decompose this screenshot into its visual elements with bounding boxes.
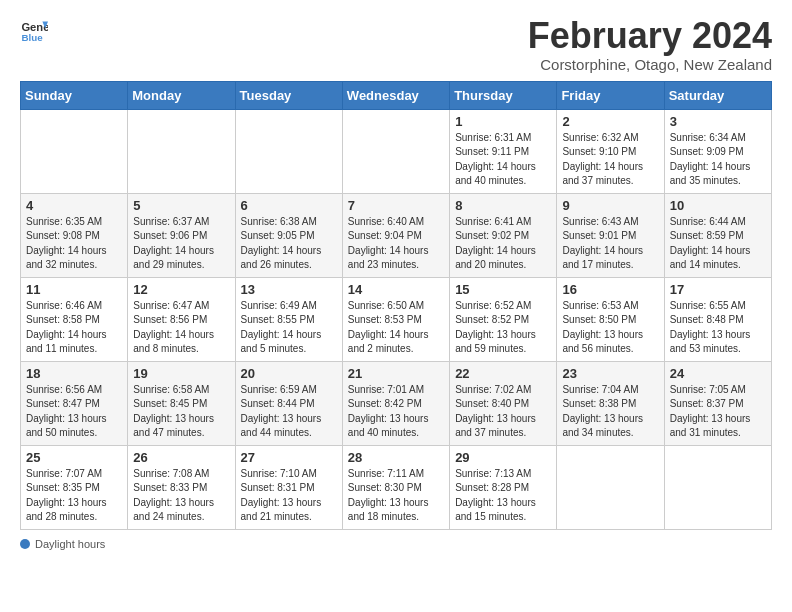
- calendar-week-row: 4Sunrise: 6:35 AM Sunset: 9:08 PM Daylig…: [21, 193, 772, 277]
- calendar-day-cell: 19Sunrise: 6:58 AM Sunset: 8:45 PM Dayli…: [128, 361, 235, 445]
- day-number: 19: [133, 366, 229, 381]
- daylight-legend: Daylight hours: [20, 538, 105, 550]
- weekday-header-cell: Tuesday: [235, 81, 342, 109]
- calendar-day-cell: [235, 109, 342, 193]
- day-number: 7: [348, 198, 444, 213]
- calendar-day-cell: [21, 109, 128, 193]
- calendar-day-cell: 17Sunrise: 6:55 AM Sunset: 8:48 PM Dayli…: [664, 277, 771, 361]
- day-number: 24: [670, 366, 766, 381]
- day-info: Sunrise: 6:35 AM Sunset: 9:08 PM Dayligh…: [26, 215, 122, 273]
- day-info: Sunrise: 6:47 AM Sunset: 8:56 PM Dayligh…: [133, 299, 229, 357]
- title-block: February 2024 Corstorphine, Otago, New Z…: [528, 16, 772, 73]
- calendar-week-row: 1Sunrise: 6:31 AM Sunset: 9:11 PM Daylig…: [21, 109, 772, 193]
- calendar-day-cell: 10Sunrise: 6:44 AM Sunset: 8:59 PM Dayli…: [664, 193, 771, 277]
- calendar-day-cell: [664, 445, 771, 529]
- day-number: 18: [26, 366, 122, 381]
- weekday-header-cell: Sunday: [21, 81, 128, 109]
- day-info: Sunrise: 6:53 AM Sunset: 8:50 PM Dayligh…: [562, 299, 658, 357]
- calendar-week-row: 11Sunrise: 6:46 AM Sunset: 8:58 PM Dayli…: [21, 277, 772, 361]
- day-info: Sunrise: 6:55 AM Sunset: 8:48 PM Dayligh…: [670, 299, 766, 357]
- calendar-day-cell: 28Sunrise: 7:11 AM Sunset: 8:30 PM Dayli…: [342, 445, 449, 529]
- calendar-day-cell: 15Sunrise: 6:52 AM Sunset: 8:52 PM Dayli…: [450, 277, 557, 361]
- day-info: Sunrise: 7:05 AM Sunset: 8:37 PM Dayligh…: [670, 383, 766, 441]
- svg-text:Blue: Blue: [21, 32, 43, 43]
- calendar-body: 1Sunrise: 6:31 AM Sunset: 9:11 PM Daylig…: [21, 109, 772, 529]
- day-info: Sunrise: 6:34 AM Sunset: 9:09 PM Dayligh…: [670, 131, 766, 189]
- weekday-header-cell: Saturday: [664, 81, 771, 109]
- calendar-day-cell: 22Sunrise: 7:02 AM Sunset: 8:40 PM Dayli…: [450, 361, 557, 445]
- location-subtitle: Corstorphine, Otago, New Zealand: [528, 56, 772, 73]
- day-number: 9: [562, 198, 658, 213]
- day-number: 10: [670, 198, 766, 213]
- calendar-day-cell: 25Sunrise: 7:07 AM Sunset: 8:35 PM Dayli…: [21, 445, 128, 529]
- day-info: Sunrise: 6:38 AM Sunset: 9:05 PM Dayligh…: [241, 215, 337, 273]
- day-number: 1: [455, 114, 551, 129]
- calendar-day-cell: 11Sunrise: 6:46 AM Sunset: 8:58 PM Dayli…: [21, 277, 128, 361]
- day-info: Sunrise: 6:49 AM Sunset: 8:55 PM Dayligh…: [241, 299, 337, 357]
- weekday-header-cell: Wednesday: [342, 81, 449, 109]
- calendar-day-cell: 27Sunrise: 7:10 AM Sunset: 8:31 PM Dayli…: [235, 445, 342, 529]
- day-info: Sunrise: 6:52 AM Sunset: 8:52 PM Dayligh…: [455, 299, 551, 357]
- calendar-day-cell: 20Sunrise: 6:59 AM Sunset: 8:44 PM Dayli…: [235, 361, 342, 445]
- calendar-day-cell: 18Sunrise: 6:56 AM Sunset: 8:47 PM Dayli…: [21, 361, 128, 445]
- day-number: 13: [241, 282, 337, 297]
- day-number: 12: [133, 282, 229, 297]
- day-number: 20: [241, 366, 337, 381]
- day-number: 29: [455, 450, 551, 465]
- day-number: 2: [562, 114, 658, 129]
- calendar-day-cell: 16Sunrise: 6:53 AM Sunset: 8:50 PM Dayli…: [557, 277, 664, 361]
- calendar-day-cell: 6Sunrise: 6:38 AM Sunset: 9:05 PM Daylig…: [235, 193, 342, 277]
- calendar-footer: Daylight hours: [20, 538, 772, 550]
- calendar-day-cell: 9Sunrise: 6:43 AM Sunset: 9:01 PM Daylig…: [557, 193, 664, 277]
- day-info: Sunrise: 7:02 AM Sunset: 8:40 PM Dayligh…: [455, 383, 551, 441]
- day-number: 21: [348, 366, 444, 381]
- calendar-week-row: 25Sunrise: 7:07 AM Sunset: 8:35 PM Dayli…: [21, 445, 772, 529]
- calendar-day-cell: 4Sunrise: 6:35 AM Sunset: 9:08 PM Daylig…: [21, 193, 128, 277]
- calendar-header: SundayMondayTuesdayWednesdayThursdayFrid…: [21, 81, 772, 109]
- day-number: 28: [348, 450, 444, 465]
- calendar-day-cell: 23Sunrise: 7:04 AM Sunset: 8:38 PM Dayli…: [557, 361, 664, 445]
- calendar-day-cell: 8Sunrise: 6:41 AM Sunset: 9:02 PM Daylig…: [450, 193, 557, 277]
- calendar-day-cell: 14Sunrise: 6:50 AM Sunset: 8:53 PM Dayli…: [342, 277, 449, 361]
- weekday-header-cell: Friday: [557, 81, 664, 109]
- day-info: Sunrise: 7:10 AM Sunset: 8:31 PM Dayligh…: [241, 467, 337, 525]
- calendar-table: SundayMondayTuesdayWednesdayThursdayFrid…: [20, 81, 772, 530]
- day-info: Sunrise: 6:31 AM Sunset: 9:11 PM Dayligh…: [455, 131, 551, 189]
- day-number: 8: [455, 198, 551, 213]
- day-number: 4: [26, 198, 122, 213]
- day-number: 25: [26, 450, 122, 465]
- day-info: Sunrise: 6:32 AM Sunset: 9:10 PM Dayligh…: [562, 131, 658, 189]
- calendar-day-cell: 24Sunrise: 7:05 AM Sunset: 8:37 PM Dayli…: [664, 361, 771, 445]
- calendar-day-cell: 5Sunrise: 6:37 AM Sunset: 9:06 PM Daylig…: [128, 193, 235, 277]
- daylight-label: Daylight hours: [35, 538, 105, 550]
- weekday-header-cell: Monday: [128, 81, 235, 109]
- day-info: Sunrise: 6:44 AM Sunset: 8:59 PM Dayligh…: [670, 215, 766, 273]
- calendar-week-row: 18Sunrise: 6:56 AM Sunset: 8:47 PM Dayli…: [21, 361, 772, 445]
- page-header: General Blue February 2024 Corstorphine,…: [20, 16, 772, 73]
- day-info: Sunrise: 6:41 AM Sunset: 9:02 PM Dayligh…: [455, 215, 551, 273]
- day-info: Sunrise: 7:04 AM Sunset: 8:38 PM Dayligh…: [562, 383, 658, 441]
- day-number: 15: [455, 282, 551, 297]
- calendar-day-cell: 7Sunrise: 6:40 AM Sunset: 9:04 PM Daylig…: [342, 193, 449, 277]
- day-info: Sunrise: 6:37 AM Sunset: 9:06 PM Dayligh…: [133, 215, 229, 273]
- weekday-header-cell: Thursday: [450, 81, 557, 109]
- day-number: 11: [26, 282, 122, 297]
- calendar-day-cell: [342, 109, 449, 193]
- day-number: 27: [241, 450, 337, 465]
- calendar-day-cell: 21Sunrise: 7:01 AM Sunset: 8:42 PM Dayli…: [342, 361, 449, 445]
- calendar-day-cell: [557, 445, 664, 529]
- day-number: 6: [241, 198, 337, 213]
- calendar-day-cell: 29Sunrise: 7:13 AM Sunset: 8:28 PM Dayli…: [450, 445, 557, 529]
- day-number: 23: [562, 366, 658, 381]
- daylight-dot: [20, 539, 30, 549]
- day-info: Sunrise: 6:59 AM Sunset: 8:44 PM Dayligh…: [241, 383, 337, 441]
- day-number: 26: [133, 450, 229, 465]
- day-number: 5: [133, 198, 229, 213]
- logo-icon: General Blue: [20, 16, 48, 44]
- day-info: Sunrise: 6:43 AM Sunset: 9:01 PM Dayligh…: [562, 215, 658, 273]
- day-number: 22: [455, 366, 551, 381]
- day-number: 17: [670, 282, 766, 297]
- calendar-day-cell: 26Sunrise: 7:08 AM Sunset: 8:33 PM Dayli…: [128, 445, 235, 529]
- calendar-day-cell: 3Sunrise: 6:34 AM Sunset: 9:09 PM Daylig…: [664, 109, 771, 193]
- calendar-day-cell: 1Sunrise: 6:31 AM Sunset: 9:11 PM Daylig…: [450, 109, 557, 193]
